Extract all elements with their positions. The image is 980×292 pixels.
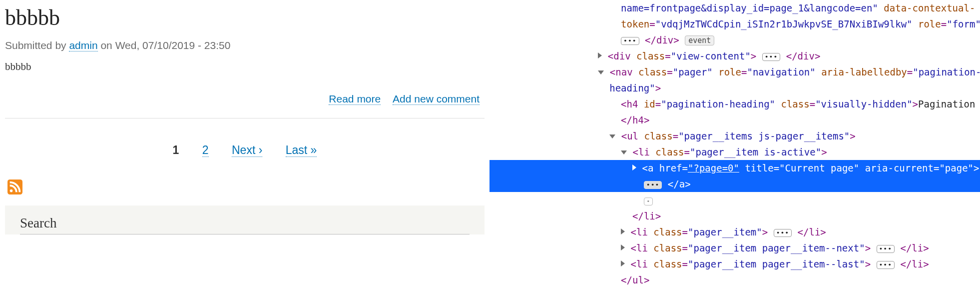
ellipsis-icon[interactable]: ••• [644, 181, 662, 189]
dom-line[interactable]: <li class="pager__item pager__item--last… [490, 256, 980, 272]
dom-line[interactable]: <nav class="pager" role="navigation" ari… [490, 64, 980, 80]
svg-point-1 [10, 190, 13, 192]
collapse-icon[interactable] [598, 70, 604, 74]
collapse-icon[interactable] [621, 150, 627, 154]
expand-icon[interactable] [621, 244, 625, 250]
dot-icon[interactable]: • [644, 198, 653, 206]
dom-line[interactable]: token="vdqjMzTWCdCpin_iSIn2r1bJwkpvSE_B7… [490, 16, 980, 32]
read-more-link[interactable]: Read more [329, 93, 381, 105]
dom-line[interactable]: </nav> [490, 288, 980, 292]
expand-icon[interactable] [621, 260, 625, 266]
pager: 1 2 Next › Last » [5, 144, 485, 157]
collapse-icon[interactable] [609, 134, 615, 138]
dom-line[interactable]: <li class="pager__item is-active"> [490, 144, 980, 160]
dom-line[interactable]: </h4> [490, 112, 980, 128]
pager-current: 1 [173, 144, 179, 156]
event-badge[interactable]: event [685, 36, 714, 46]
ellipsis-icon[interactable]: ••• [621, 37, 639, 45]
dom-line[interactable]: <h4 id="pagination-heading" class="visua… [490, 96, 980, 112]
devtools-panel[interactable]: name=frontpage&display_id=page_1&langcod… [490, 0, 980, 292]
dom-line[interactable]: <div class="view-content"> ••• </div> [490, 48, 980, 64]
dom-line[interactable]: <li class="pager__item"> ••• </li> [490, 224, 980, 240]
dom-line[interactable]: • [490, 192, 980, 208]
expand-icon[interactable] [621, 228, 625, 234]
dom-line[interactable]: </li> [490, 208, 980, 224]
search-label: Search [20, 216, 470, 234]
content-panel: bbbbb Submitted by admin on Wed, 07/10/2… [0, 0, 490, 292]
pager-last[interactable]: Last » [286, 144, 317, 157]
dom-line[interactable]: <li class="pager__item pager__item--next… [490, 240, 980, 256]
divider [5, 118, 485, 118]
author-link[interactable]: admin [69, 40, 97, 52]
dom-line[interactable]: heading"> [490, 80, 980, 96]
dom-line-selected[interactable]: ••• </a> [490, 176, 980, 192]
dom-line[interactable]: <ul class="pager__items js-pager__items"… [490, 128, 980, 144]
add-comment-link[interactable]: Add new comment [393, 93, 480, 105]
ellipsis-icon[interactable]: ••• [762, 53, 780, 61]
article-title: bbbbb [5, 5, 485, 30]
expand-icon[interactable] [598, 52, 602, 58]
dom-line[interactable]: ••• </div> event [490, 32, 980, 48]
article-meta: Submitted by admin on Wed, 07/10/2019 - … [5, 40, 485, 52]
pager-page-2[interactable]: 2 [202, 144, 209, 157]
meta-suffix: on Wed, 07/10/2019 - 23:50 [98, 40, 231, 51]
dom-line[interactable]: name=frontpage&display_id=page_1&langcod… [490, 0, 980, 16]
search-block: Search [5, 206, 485, 234]
article-links: Read more Add new comment [5, 93, 485, 113]
pager-next[interactable]: Next › [232, 144, 262, 157]
article-body: bbbbb [5, 60, 485, 73]
dom-line[interactable]: </ul> [490, 272, 980, 288]
rss-icon[interactable] [7, 180, 22, 194]
ellipsis-icon[interactable]: ••• [877, 245, 895, 253]
dom-line-selected[interactable]: <a href="?page=0" title="Current page" a… [490, 160, 980, 176]
meta-prefix: Submitted by [5, 40, 69, 51]
ellipsis-icon[interactable]: ••• [877, 261, 895, 269]
ellipsis-icon[interactable]: ••• [774, 229, 792, 237]
expand-icon[interactable] [632, 164, 636, 170]
